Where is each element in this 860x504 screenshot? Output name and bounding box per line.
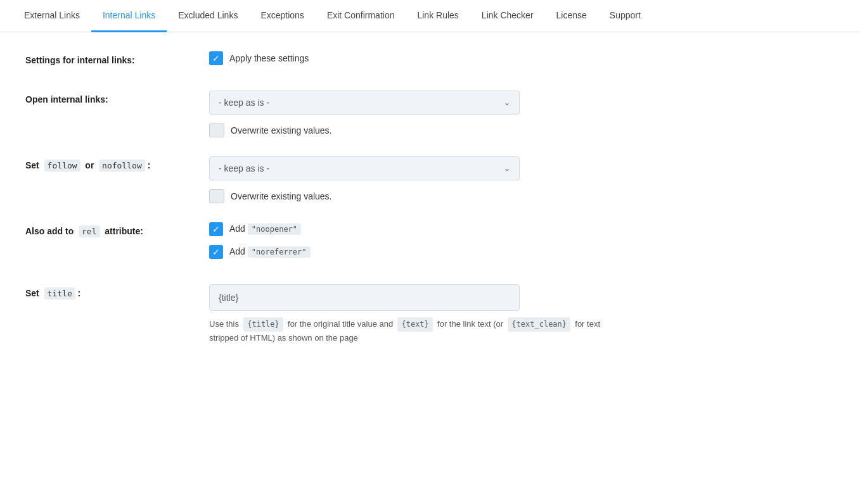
tab-external-links[interactable]: External Links [13, 0, 91, 32]
tab-support[interactable]: Support [598, 0, 652, 32]
tab-exit-confirmation[interactable]: Exit Confirmation [316, 0, 406, 32]
overwrite-checkbox-2[interactable] [209, 189, 224, 203]
overwrite-label-2: Overwrite existing values. [231, 191, 332, 201]
help-mid1: for the original title value and [288, 319, 393, 329]
checkmark-icon-3: ✓ [212, 248, 220, 256]
title-input[interactable]: {title} [209, 284, 520, 311]
open-internal-links-row: Open internal links: - keep as is - ⌄ Ov… [25, 91, 608, 137]
overwrite-row-1: Overwrite existing values. [209, 123, 608, 137]
checkmark-icon-2: ✓ [212, 225, 220, 234]
apply-settings-wrapper: ✓ Apply these settings [209, 51, 608, 65]
chevron-down-icon-2: ⌄ [504, 164, 510, 173]
tab-exceptions[interactable]: Exceptions [249, 0, 315, 32]
rel-code: rel [79, 225, 99, 237]
follow-label-suffix: : [148, 160, 151, 170]
main-content: Settings for internal links: ✓ Apply the… [0, 32, 634, 383]
follow-nofollow-select[interactable]: - keep as is - ⌄ [209, 156, 520, 180]
title-control: {title} Use this {title} for the origina… [209, 284, 608, 345]
add-label-2: Add "noreferrer" [229, 246, 311, 258]
noreferrer-wrapper: ✓ Add "noreferrer" [209, 245, 608, 259]
noopener-wrapper: ✓ Add "noopener" [209, 222, 608, 236]
noopener-code: "noopener" [248, 224, 301, 235]
overwrite-label-1: Overwrite existing values. [231, 125, 332, 135]
rel-label-suffix: attribute: [105, 226, 143, 236]
overwrite-row-2: Overwrite existing values. [209, 189, 608, 203]
help-code-2: {text} [397, 317, 432, 332]
overwrite-checkbox-1[interactable] [209, 123, 224, 137]
add-label-1: Add "noopener" [229, 224, 301, 235]
follow-label-or: or [85, 160, 94, 170]
tab-excluded-links[interactable]: Excluded Links [167, 0, 249, 32]
title-row: Set title : {title} Use this {title} for… [25, 284, 608, 345]
help-code-3: {text_clean} [508, 317, 570, 332]
open-internal-links-control: - keep as is - ⌄ Overwrite existing valu… [209, 91, 608, 137]
noreferrer-code: "noreferrer" [248, 246, 311, 258]
follow-code-1: follow [44, 160, 80, 172]
rel-attribute-label: Also add to rel attribute: [25, 222, 209, 236]
follow-nofollow-row: Set follow or nofollow : - keep as is - … [25, 156, 608, 203]
title-help-text: Use this {title} for the original title … [209, 317, 608, 345]
title-label: Set title : [25, 284, 209, 298]
open-select-value: - keep as is - [219, 98, 269, 108]
internal-links-label: Settings for internal links: [25, 51, 209, 65]
rel-attribute-control: ✓ Add "noopener" ✓ Add "noreferrer" [209, 222, 608, 265]
title-label-suffix: : [78, 288, 81, 298]
apply-settings-label: Apply these settings [229, 53, 309, 63]
help-prefix: Use this [209, 319, 239, 329]
rel-label-prefix: Also add to [25, 226, 74, 236]
follow-label-prefix: Set [25, 160, 39, 170]
tab-license[interactable]: License [545, 0, 598, 32]
noopener-checkbox[interactable]: ✓ [209, 222, 223, 236]
checkmark-icon: ✓ [212, 54, 220, 63]
follow-select-value: - keep as is - [219, 163, 269, 173]
follow-code-2: nofollow [99, 160, 145, 172]
open-internal-links-label: Open internal links: [25, 91, 209, 104]
chevron-down-icon: ⌄ [504, 98, 510, 107]
apply-settings-checkbox[interactable]: ✓ [209, 51, 223, 65]
tab-navigation: External Links Internal Links Excluded L… [0, 0, 860, 32]
title-label-prefix: Set [25, 288, 39, 298]
tab-link-rules[interactable]: Link Rules [406, 0, 470, 32]
title-input-value: {title} [219, 293, 238, 303]
follow-nofollow-label: Set follow or nofollow : [25, 156, 209, 170]
follow-nofollow-control: - keep as is - ⌄ Overwrite existing valu… [209, 156, 608, 203]
open-internal-links-select[interactable]: - keep as is - ⌄ [209, 91, 520, 115]
help-code-1: {title} [243, 317, 283, 332]
settings-for-internal-links-row: Settings for internal links: ✓ Apply the… [25, 51, 608, 72]
apply-settings-control: ✓ Apply these settings [209, 51, 608, 72]
noreferrer-checkbox[interactable]: ✓ [209, 245, 223, 259]
title-code: title [44, 287, 75, 299]
rel-attribute-row: Also add to rel attribute: ✓ Add "noopen… [25, 222, 608, 265]
help-mid2: for the link text (or [437, 319, 503, 329]
tab-internal-links[interactable]: Internal Links [91, 0, 167, 32]
tab-link-checker[interactable]: Link Checker [470, 0, 545, 32]
